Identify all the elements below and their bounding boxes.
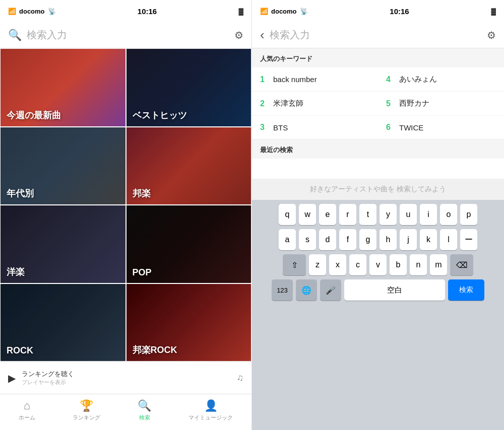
- key-b[interactable]: b: [390, 254, 407, 275]
- key-num[interactable]: 123: [272, 279, 293, 301]
- right-time: 10:16: [390, 7, 409, 16]
- mini-play-button[interactable]: ▶: [8, 372, 16, 384]
- key-g[interactable]: g: [359, 229, 376, 250]
- mini-player[interactable]: ▶ ランキングを聴く プレイヤーを表示 ♫: [0, 362, 251, 394]
- key-space[interactable]: 空白: [344, 279, 445, 301]
- left-time: 10:16: [138, 7, 157, 16]
- right-carrier: docomo: [271, 8, 297, 15]
- right-search-bar[interactable]: ‹ 検索入力 ⚙: [252, 22, 504, 48]
- key-p[interactable]: p: [460, 204, 477, 225]
- key-f[interactable]: f: [339, 229, 356, 250]
- keyword-rank-4: 4: [386, 75, 394, 84]
- key-i[interactable]: i: [420, 204, 437, 225]
- bottom-nav: ⌂ ホーム 🏆 ランキング 🔍 検索 👤 マイミュージック: [0, 394, 251, 430]
- key-u[interactable]: u: [400, 204, 417, 225]
- genre-item-rock[interactable]: ROCK: [0, 283, 126, 362]
- nav-item-ranking[interactable]: 🏆 ランキング: [73, 399, 100, 421]
- key-x[interactable]: x: [329, 254, 346, 275]
- mini-player-subtitle: プレイヤーを表示: [22, 379, 231, 386]
- left-battery-icon: ▓: [239, 8, 243, 15]
- left-filter-icon[interactable]: ⚙: [234, 29, 243, 41]
- key-e[interactable]: e: [319, 204, 336, 225]
- key-dash[interactable]: ー: [460, 229, 477, 250]
- keyword-rank-6: 6: [386, 123, 394, 132]
- key-shift[interactable]: ⇧: [283, 254, 306, 275]
- recent-content: [252, 159, 504, 179]
- genre-label-pop: POP: [133, 267, 152, 278]
- nav-label-home: ホーム: [19, 414, 35, 421]
- left-signal-icon: 📶: [8, 8, 16, 15]
- keyword-item-3[interactable]: 3 BTS: [252, 116, 378, 139]
- genre-item-new[interactable]: 今週の最新曲: [0, 48, 126, 127]
- key-d[interactable]: d: [319, 229, 336, 250]
- keyboard-row-2: a s d f g h j k l ー: [254, 229, 502, 250]
- key-r[interactable]: r: [339, 204, 356, 225]
- keyword-text-1: back number: [273, 75, 317, 84]
- search-nav-icon: 🔍: [138, 399, 151, 412]
- genre-label-jprock: 邦楽ROCK: [133, 344, 177, 356]
- key-t[interactable]: t: [359, 204, 376, 225]
- key-search[interactable]: 検索: [448, 279, 484, 301]
- key-j[interactable]: j: [400, 229, 417, 250]
- genre-label-best: ベストヒッツ: [133, 109, 187, 121]
- key-n[interactable]: n: [410, 254, 427, 275]
- right-search-input[interactable]: 検索入力: [270, 28, 482, 42]
- key-h[interactable]: h: [380, 229, 397, 250]
- left-carrier-info: 📶 docomo 📡: [8, 8, 56, 15]
- genre-item-best[interactable]: ベストヒッツ: [126, 48, 252, 127]
- keyword-text-6: TWICE: [399, 123, 423, 132]
- keyword-text-5: 西野カナ: [399, 99, 429, 108]
- left-search-bar[interactable]: 🔍 検索入力 ⚙: [0, 22, 251, 48]
- keyword-item-6[interactable]: 6 TWICE: [378, 116, 504, 139]
- keyword-item-5[interactable]: 5 西野カナ: [378, 92, 504, 116]
- mymusic-icon: 👤: [204, 399, 218, 412]
- key-l[interactable]: l: [440, 229, 457, 250]
- key-v[interactable]: v: [369, 254, 387, 275]
- genre-item-jprock[interactable]: 邦楽ROCK: [126, 283, 252, 362]
- nav-item-home[interactable]: ⌂ ホーム: [19, 399, 35, 421]
- key-k[interactable]: k: [420, 229, 437, 250]
- key-s[interactable]: s: [299, 229, 316, 250]
- key-mic[interactable]: 🎤: [320, 279, 341, 301]
- left-search-icon: 🔍: [8, 29, 22, 42]
- genre-item-pop[interactable]: POP: [126, 205, 252, 283]
- key-z[interactable]: z: [309, 254, 326, 275]
- genre-label-new: 今週の最新曲: [7, 109, 61, 121]
- mini-player-queue-icon[interactable]: ♫: [237, 373, 244, 383]
- back-button[interactable]: ‹: [260, 27, 265, 43]
- key-a[interactable]: a: [279, 229, 296, 250]
- mini-player-title: ランキングを聴く: [22, 370, 231, 379]
- key-w[interactable]: w: [299, 204, 316, 225]
- nav-label-search: 検索: [139, 414, 150, 421]
- genre-item-jpop[interactable]: 邦楽: [126, 127, 252, 205]
- key-globe[interactable]: 🌐: [296, 279, 317, 301]
- left-status-bar: 📶 docomo 📡 10:16 ▓: [0, 0, 251, 22]
- popular-section-header: 人気のキーワード: [252, 48, 504, 67]
- left-panel: 📶 docomo 📡 10:16 ▓ 🔍 検索入力 ⚙ 今週の最新曲 ベストヒッ…: [0, 0, 252, 430]
- nav-item-search[interactable]: 🔍 検索: [138, 399, 151, 421]
- genre-grid: 今週の最新曲 ベストヒッツ 年代別 邦楽 洋楽 POP ROCK 邦楽ROCK: [0, 48, 251, 362]
- key-c[interactable]: c: [349, 254, 366, 275]
- genre-item-western[interactable]: 洋楽: [0, 205, 126, 283]
- keyboard-row-1: q w e r t y u i o p: [254, 204, 502, 225]
- genre-item-era[interactable]: 年代別: [0, 127, 126, 205]
- key-q[interactable]: q: [279, 204, 296, 225]
- key-y[interactable]: y: [380, 204, 397, 225]
- nav-label-mymusic: マイミュージック: [188, 414, 233, 421]
- right-carrier-info: 📶 docomo 📡: [260, 8, 308, 15]
- right-signal-icon: 📶: [260, 8, 268, 15]
- genre-label-era: 年代別: [7, 187, 34, 199]
- genre-label-western: 洋楽: [7, 266, 25, 278]
- right-filter-icon[interactable]: ⚙: [487, 29, 496, 41]
- keyword-item-2[interactable]: 2 米津玄師: [252, 92, 378, 116]
- keyboard-row-3: ⇧ z x c v b n m ⌫: [254, 254, 502, 275]
- key-m[interactable]: m: [430, 254, 447, 275]
- keyword-item-1[interactable]: 1 back number: [252, 67, 378, 92]
- keywords-grid: 1 back number 4 あいみょん 2 米津玄師 5 西野カナ 3 BT…: [252, 67, 504, 139]
- keyword-item-4[interactable]: 4 あいみょん: [378, 67, 504, 92]
- nav-item-mymusic[interactable]: 👤 マイミュージック: [188, 399, 233, 421]
- key-delete[interactable]: ⌫: [450, 254, 473, 275]
- left-search-input[interactable]: 検索入力: [27, 28, 229, 42]
- key-o[interactable]: o: [440, 204, 457, 225]
- keyboard-hint: 好きなアーティストや曲を 検索してみよう: [252, 179, 504, 200]
